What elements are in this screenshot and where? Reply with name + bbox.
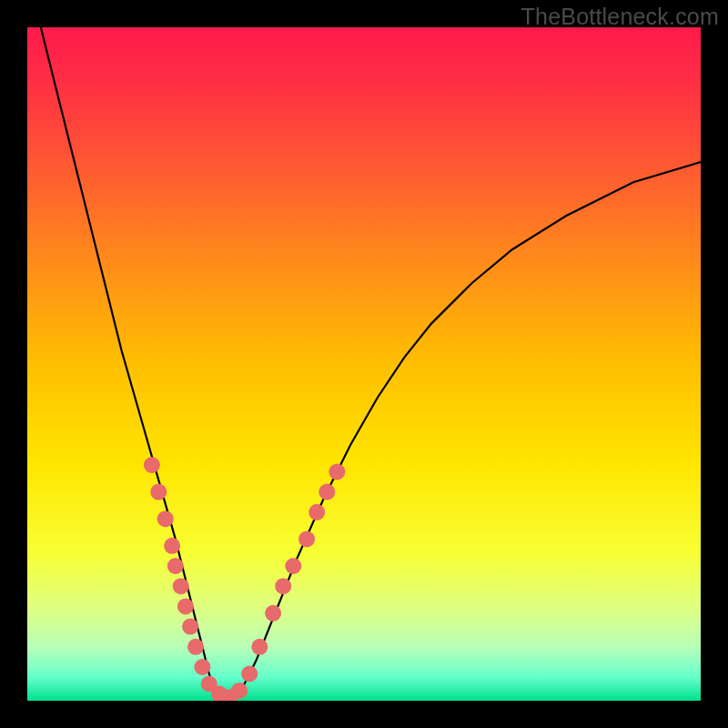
data-point bbox=[251, 639, 268, 655]
data-point bbox=[157, 511, 174, 527]
data-point bbox=[329, 463, 345, 480]
bottleneck-curve bbox=[27, 27, 701, 701]
data-point bbox=[164, 538, 180, 554]
data-point bbox=[265, 605, 281, 622]
data-point bbox=[182, 619, 198, 635]
data-point bbox=[150, 484, 167, 500]
watermark-text: TheBottleneck.com bbox=[521, 4, 719, 30]
data-point bbox=[167, 558, 184, 574]
data-point bbox=[285, 558, 301, 574]
data-point bbox=[275, 578, 291, 594]
data-point bbox=[241, 665, 258, 682]
plot-area bbox=[27, 27, 701, 701]
data-point bbox=[177, 598, 194, 614]
data-point bbox=[173, 578, 189, 594]
data-point bbox=[231, 682, 248, 699]
data-point bbox=[194, 659, 210, 675]
data-point bbox=[298, 531, 315, 547]
data-point bbox=[187, 639, 204, 655]
data-point bbox=[308, 504, 325, 521]
data-point bbox=[318, 484, 335, 500]
data-point bbox=[144, 457, 160, 473]
